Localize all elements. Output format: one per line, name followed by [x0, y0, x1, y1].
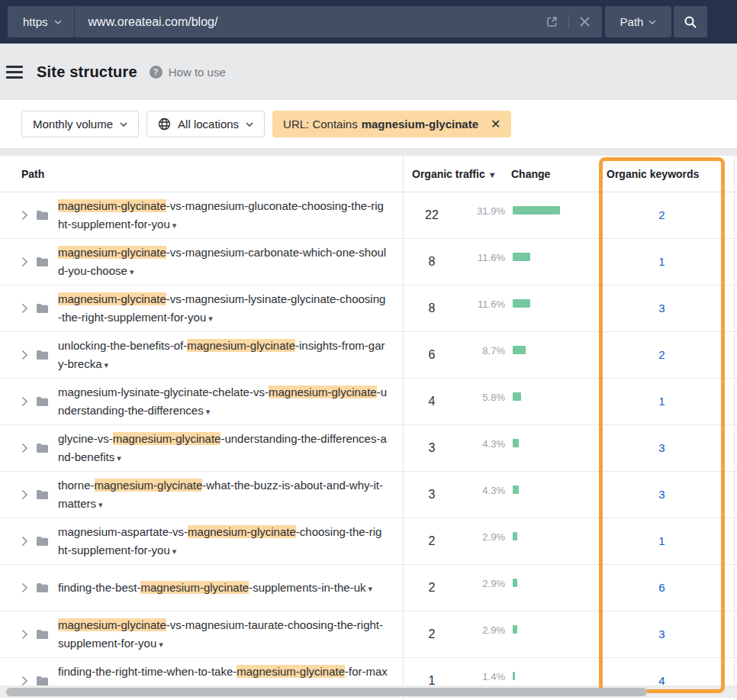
column-header-keywords[interactable]: Organic keywords: [599, 168, 725, 180]
table-row: finding-the-best-magnesium-glycinate-sup…: [0, 565, 737, 611]
traffic-value: 22: [403, 208, 461, 222]
section-divider: [0, 148, 737, 156]
table-row: magnesium-glycinate-vs-magnesium-lysinat…: [0, 285, 737, 332]
change-bar: [513, 579, 517, 587]
expand-chevron-icon[interactable]: [21, 350, 28, 360]
traffic-value: 4: [403, 395, 461, 408]
path-menu-caret[interactable]: ▾: [114, 453, 121, 463]
path-text[interactable]: unlocking-the-benefits-of-magnesium-glyc…: [58, 337, 388, 374]
change-percent: 2.9%: [461, 531, 505, 543]
change-bar: [513, 485, 519, 494]
keywords-link[interactable]: 1: [658, 395, 665, 408]
path-highlight: magnesium-glycinate: [237, 665, 345, 678]
chevron-down-icon: [120, 122, 127, 127]
change-bar-cell: [505, 532, 599, 540]
keywords-cell: 3: [599, 302, 725, 315]
filter-bar: Monthly volume All locations URL: Contai…: [0, 100, 737, 148]
change-bar: [513, 346, 526, 354]
change-percent: 11.6%: [461, 252, 505, 263]
keywords-link[interactable]: 3: [658, 302, 665, 315]
path-segment: finding-the-right-time-when-to-take-: [58, 665, 237, 678]
expand-chevron-icon[interactable]: [21, 396, 28, 407]
keywords-link[interactable]: 1: [658, 534, 665, 547]
folder-icon: [36, 489, 49, 500]
path-menu-caret[interactable]: ▾: [204, 407, 211, 416]
clear-url-icon[interactable]: [579, 16, 591, 27]
folder-icon: [36, 536, 49, 547]
column-header-traffic[interactable]: Organic traffic▼: [403, 168, 502, 180]
expand-chevron-icon[interactable]: [21, 629, 28, 640]
protocol-dropdown[interactable]: https: [8, 6, 75, 37]
change-percent: 4.3%: [461, 485, 505, 496]
path-segment: unlocking-the-benefits-of-: [58, 339, 187, 352]
change-percent: 31.9%: [461, 205, 505, 217]
how-to-use-link[interactable]: ? How to use: [150, 66, 226, 79]
help-icon: ?: [150, 66, 163, 79]
volume-dropdown[interactable]: Monthly volume: [21, 111, 139, 137]
folder-icon: [36, 629, 49, 640]
folder-icon: [36, 443, 49, 453]
path-cell: magnesium-glycinate-vs-magnesium-carbona…: [0, 244, 403, 281]
url-input[interactable]: www.oreateai.com/blog/: [75, 15, 546, 29]
path-text[interactable]: magnesium-aspartate-vs-magnesium-glycina…: [58, 523, 388, 560]
path-text[interactable]: glycine-vs-magnesium-glycinate-understan…: [58, 430, 388, 467]
open-external-icon[interactable]: [546, 15, 558, 28]
path-cell: magnesium-lysinate-glycinate-chelate-vs-…: [0, 383, 403, 421]
path-highlight: magnesium-glycinate: [58, 246, 166, 259]
keywords-link[interactable]: 3: [658, 441, 665, 454]
path-menu-caret[interactable]: ▾: [102, 360, 109, 369]
traffic-value: 2: [403, 627, 461, 641]
path-text[interactable]: magnesium-glycinate-vs-magnesium-glucona…: [58, 197, 388, 234]
path-mode-dropdown[interactable]: Path: [605, 6, 671, 37]
path-menu-caret[interactable]: ▾: [366, 584, 373, 593]
keywords-link[interactable]: 6: [658, 581, 665, 594]
path-text[interactable]: magnesium-glycinate-vs-magnesium-carbona…: [58, 244, 388, 281]
folder-icon: [36, 350, 49, 360]
keywords-link[interactable]: 2: [658, 208, 665, 221]
expand-chevron-icon[interactable]: [21, 256, 28, 267]
url-input-group: https www.oreateai.com/blog/: [8, 6, 602, 37]
change-bar-cell: [505, 579, 599, 587]
how-to-use-label: How to use: [169, 66, 226, 79]
expand-chevron-icon[interactable]: [21, 676, 28, 686]
search-button[interactable]: [674, 6, 707, 37]
path-text[interactable]: finding-the-best-magnesium-glycinate-sup…: [58, 579, 388, 598]
expand-chevron-icon[interactable]: [21, 582, 28, 593]
column-header-change[interactable]: Change: [502, 168, 599, 180]
url-filter-chip[interactable]: URL: Contains magnesium-glycinate ✕: [272, 111, 511, 137]
traffic-value: 6: [403, 348, 461, 362]
path-text[interactable]: magnesium-glycinate-vs-magnesium-lysinat…: [58, 290, 388, 327]
expand-chevron-icon[interactable]: [21, 536, 28, 547]
path-menu-caret[interactable]: ▾: [96, 500, 103, 509]
path-menu-caret[interactable]: ▾: [170, 221, 177, 230]
path-text[interactable]: magnesium-lysinate-glycinate-chelate-vs-…: [58, 383, 388, 421]
change-bar-cell: [505, 346, 599, 354]
horizontal-scrollbar-thumb[interactable]: [6, 688, 647, 696]
keywords-link[interactable]: 1: [658, 255, 665, 268]
path-menu-caret[interactable]: ▾: [156, 640, 163, 649]
expand-chevron-icon[interactable]: [21, 489, 28, 500]
path-menu-caret[interactable]: ▾: [206, 314, 213, 323]
expand-chevron-icon[interactable]: [21, 303, 28, 314]
volume-label: Monthly volume: [33, 118, 113, 131]
path-menu-caret[interactable]: ▾: [127, 267, 134, 276]
path-menu-caret[interactable]: ▾: [170, 547, 177, 556]
location-dropdown[interactable]: All locations: [146, 111, 265, 137]
expand-chevron-icon[interactable]: [21, 443, 28, 453]
menu-icon[interactable]: [6, 64, 23, 80]
path-text[interactable]: thorne-magnesium-glycinate-what-the-buzz…: [58, 476, 388, 514]
keywords-link[interactable]: 3: [658, 627, 665, 640]
keywords-link[interactable]: 2: [658, 348, 665, 361]
traffic-value: 3: [403, 441, 461, 455]
keywords-cell: 3: [599, 488, 725, 502]
keywords-cell: 1: [599, 255, 725, 269]
keywords-link[interactable]: 3: [658, 488, 665, 501]
remove-filter-icon[interactable]: ✕: [491, 118, 500, 131]
expand-chevron-icon[interactable]: [21, 210, 28, 221]
change-bar: [513, 392, 521, 401]
column-header-path[interactable]: Path: [0, 168, 403, 180]
keywords-cell: 3: [599, 441, 725, 455]
path-text[interactable]: magnesium-glycinate-vs-magnesium-taurate…: [58, 616, 388, 653]
folder-icon: [36, 256, 49, 267]
traffic-value: 2: [403, 581, 461, 595]
